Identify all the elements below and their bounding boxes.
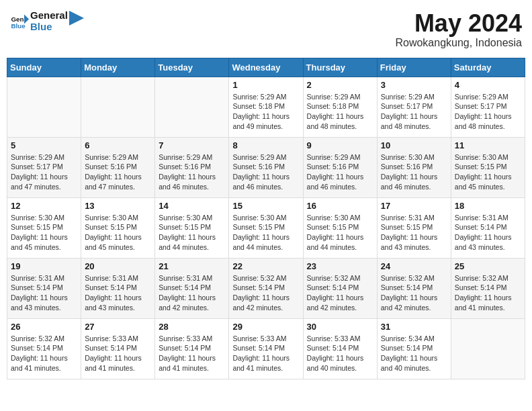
calendar-cell: 11Sunrise: 5:30 AM Sunset: 5:15 PM Dayli…	[451, 137, 525, 197]
calendar-cell: 31Sunrise: 5:34 AM Sunset: 5:14 PM Dayli…	[377, 318, 451, 379]
day-number: 5	[11, 140, 77, 150]
calendar-week-row: 19Sunrise: 5:31 AM Sunset: 5:14 PM Dayli…	[7, 258, 525, 318]
calendar-body: 1Sunrise: 5:29 AM Sunset: 5:18 PM Daylig…	[7, 77, 525, 379]
calendar-week-row: 26Sunrise: 5:32 AM Sunset: 5:14 PM Dayli…	[7, 318, 525, 379]
day-info: Sunrise: 5:33 AM Sunset: 5:14 PM Dayligh…	[232, 334, 299, 373]
day-info: Sunrise: 5:31 AM Sunset: 5:15 PM Dayligh…	[381, 213, 447, 253]
calendar-cell: 26Sunrise: 5:32 AM Sunset: 5:14 PM Dayli…	[7, 318, 81, 379]
calendar-cell: 10Sunrise: 5:30 AM Sunset: 5:16 PM Dayli…	[377, 137, 451, 197]
calendar-cell: 14Sunrise: 5:30 AM Sunset: 5:15 PM Dayli…	[155, 197, 229, 258]
calendar-cell: 13Sunrise: 5:30 AM Sunset: 5:15 PM Dayli…	[81, 197, 155, 258]
day-number: 15	[232, 201, 299, 211]
calendar-cell	[451, 318, 525, 379]
day-info: Sunrise: 5:31 AM Sunset: 5:14 PM Dayligh…	[159, 273, 225, 313]
calendar-cell	[7, 77, 81, 137]
day-number: 14	[159, 201, 225, 211]
calendar-cell: 8Sunrise: 5:29 AM Sunset: 5:16 PM Daylig…	[229, 137, 303, 197]
calendar-cell: 6Sunrise: 5:29 AM Sunset: 5:16 PM Daylig…	[81, 137, 155, 197]
page-header: Gen Blue General Blue May 2024 Rowokangk…	[7, 7, 525, 52]
day-info: Sunrise: 5:32 AM Sunset: 5:14 PM Dayligh…	[232, 273, 299, 313]
day-number: 1	[232, 80, 299, 90]
day-info: Sunrise: 5:31 AM Sunset: 5:14 PM Dayligh…	[455, 213, 521, 253]
day-info: Sunrise: 5:33 AM Sunset: 5:14 PM Dayligh…	[159, 334, 225, 373]
calendar-cell: 15Sunrise: 5:30 AM Sunset: 5:15 PM Dayli…	[229, 197, 303, 258]
day-info: Sunrise: 5:29 AM Sunset: 5:16 PM Dayligh…	[307, 152, 373, 192]
day-number: 29	[232, 322, 299, 332]
svg-marker-2	[24, 14, 29, 24]
calendar-cell: 3Sunrise: 5:29 AM Sunset: 5:17 PM Daylig…	[377, 77, 451, 137]
day-info: Sunrise: 5:31 AM Sunset: 5:14 PM Dayligh…	[11, 273, 77, 313]
day-info: Sunrise: 5:29 AM Sunset: 5:18 PM Dayligh…	[307, 92, 373, 132]
calendar-cell: 23Sunrise: 5:32 AM Sunset: 5:14 PM Dayli…	[303, 258, 377, 318]
calendar-cell: 21Sunrise: 5:31 AM Sunset: 5:14 PM Dayli…	[155, 258, 229, 318]
calendar-table: SundayMondayTuesdayWednesdayThursdayFrid…	[7, 58, 525, 379]
day-number: 7	[159, 140, 225, 150]
weekday-header: Wednesday	[229, 58, 303, 77]
calendar-cell: 7Sunrise: 5:29 AM Sunset: 5:16 PM Daylig…	[155, 137, 229, 197]
calendar-cell: 25Sunrise: 5:32 AM Sunset: 5:14 PM Dayli…	[451, 258, 525, 318]
day-number: 25	[455, 261, 521, 271]
calendar-week-row: 12Sunrise: 5:30 AM Sunset: 5:15 PM Dayli…	[7, 197, 525, 258]
day-info: Sunrise: 5:29 AM Sunset: 5:17 PM Dayligh…	[11, 152, 77, 192]
day-info: Sunrise: 5:30 AM Sunset: 5:16 PM Dayligh…	[381, 152, 447, 192]
day-number: 27	[85, 322, 151, 332]
day-info: Sunrise: 5:33 AM Sunset: 5:14 PM Dayligh…	[307, 334, 373, 373]
calendar-cell: 27Sunrise: 5:33 AM Sunset: 5:14 PM Dayli…	[81, 318, 155, 379]
day-info: Sunrise: 5:32 AM Sunset: 5:14 PM Dayligh…	[11, 334, 77, 373]
calendar-cell: 29Sunrise: 5:33 AM Sunset: 5:14 PM Dayli…	[229, 318, 303, 379]
day-number: 11	[455, 140, 521, 150]
calendar-cell: 19Sunrise: 5:31 AM Sunset: 5:14 PM Dayli…	[7, 258, 81, 318]
day-info: Sunrise: 5:32 AM Sunset: 5:14 PM Dayligh…	[455, 273, 521, 313]
svg-text:Blue: Blue	[11, 21, 26, 29]
weekday-header: Thursday	[303, 58, 377, 77]
day-info: Sunrise: 5:32 AM Sunset: 5:14 PM Dayligh…	[307, 273, 373, 313]
svg-marker-3	[69, 11, 84, 26]
day-info: Sunrise: 5:30 AM Sunset: 5:15 PM Dayligh…	[455, 152, 521, 192]
day-number: 28	[159, 322, 225, 332]
day-number: 22	[232, 261, 299, 271]
day-number: 21	[159, 261, 225, 271]
calendar-week-row: 5Sunrise: 5:29 AM Sunset: 5:17 PM Daylig…	[7, 137, 525, 197]
day-info: Sunrise: 5:30 AM Sunset: 5:15 PM Dayligh…	[159, 213, 225, 253]
day-info: Sunrise: 5:29 AM Sunset: 5:17 PM Dayligh…	[455, 92, 521, 132]
day-number: 10	[381, 140, 447, 150]
calendar-cell: 16Sunrise: 5:30 AM Sunset: 5:15 PM Dayli…	[303, 197, 377, 258]
day-info: Sunrise: 5:32 AM Sunset: 5:14 PM Dayligh…	[381, 273, 447, 313]
day-number: 9	[307, 140, 373, 150]
day-number: 31	[381, 322, 447, 332]
day-number: 3	[381, 80, 447, 90]
location-subtitle: Rowokangkung, Indonesia	[395, 37, 522, 49]
day-info: Sunrise: 5:29 AM Sunset: 5:18 PM Dayligh…	[232, 92, 299, 132]
calendar-cell: 30Sunrise: 5:33 AM Sunset: 5:14 PM Dayli…	[303, 318, 377, 379]
calendar-cell	[81, 77, 155, 137]
calendar-cell: 1Sunrise: 5:29 AM Sunset: 5:18 PM Daylig…	[229, 77, 303, 137]
day-info: Sunrise: 5:30 AM Sunset: 5:15 PM Dayligh…	[232, 213, 299, 253]
calendar-cell: 20Sunrise: 5:31 AM Sunset: 5:14 PM Dayli…	[81, 258, 155, 318]
day-number: 18	[455, 201, 521, 211]
day-info: Sunrise: 5:29 AM Sunset: 5:16 PM Dayligh…	[232, 152, 299, 192]
title-area: May 2024 Rowokangkung, Indonesia	[395, 10, 522, 49]
calendar-header: SundayMondayTuesdayWednesdayThursdayFrid…	[7, 58, 525, 77]
day-info: Sunrise: 5:31 AM Sunset: 5:14 PM Dayligh…	[85, 273, 151, 313]
day-info: Sunrise: 5:30 AM Sunset: 5:15 PM Dayligh…	[307, 213, 373, 253]
calendar-cell	[155, 77, 229, 137]
day-info: Sunrise: 5:30 AM Sunset: 5:15 PM Dayligh…	[11, 213, 77, 253]
day-number: 16	[307, 201, 373, 211]
calendar-cell: 24Sunrise: 5:32 AM Sunset: 5:14 PM Dayli…	[377, 258, 451, 318]
calendar-cell: 12Sunrise: 5:30 AM Sunset: 5:15 PM Dayli…	[7, 197, 81, 258]
day-number: 26	[11, 322, 77, 332]
day-number: 20	[85, 261, 151, 271]
day-number: 30	[307, 322, 373, 332]
calendar-cell: 9Sunrise: 5:29 AM Sunset: 5:16 PM Daylig…	[303, 137, 377, 197]
logo-icon: Gen Blue	[10, 12, 29, 31]
calendar-cell: 28Sunrise: 5:33 AM Sunset: 5:14 PM Dayli…	[155, 318, 229, 379]
weekday-header: Monday	[81, 58, 155, 77]
day-info: Sunrise: 5:30 AM Sunset: 5:15 PM Dayligh…	[85, 213, 151, 253]
day-info: Sunrise: 5:29 AM Sunset: 5:16 PM Dayligh…	[85, 152, 151, 192]
day-number: 2	[307, 80, 373, 90]
calendar-cell: 17Sunrise: 5:31 AM Sunset: 5:15 PM Dayli…	[377, 197, 451, 258]
day-number: 13	[85, 201, 151, 211]
month-year-title: May 2024	[395, 10, 522, 37]
weekday-header-row: SundayMondayTuesdayWednesdayThursdayFrid…	[7, 58, 525, 77]
day-number: 23	[307, 261, 373, 271]
